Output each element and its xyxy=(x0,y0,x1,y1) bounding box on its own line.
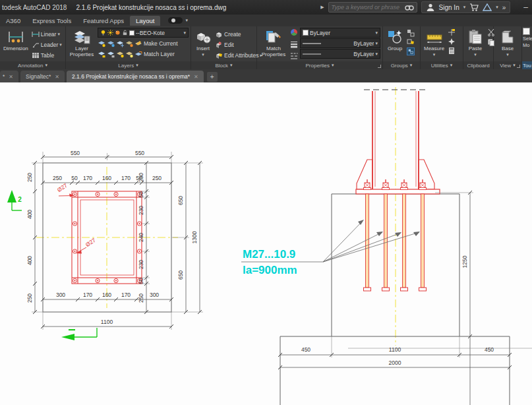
group-edit-icon[interactable] xyxy=(407,38,415,46)
selection-mode-icon[interactable] xyxy=(523,28,530,35)
tab-express-tools[interactable]: Express Tools xyxy=(26,16,77,26)
layer-viewport-icon[interactable] xyxy=(115,30,121,36)
insert-caret-icon[interactable]: ▾ xyxy=(202,52,204,57)
dimension-icon xyxy=(7,28,24,46)
match-properties-button[interactable]: Match Properties xyxy=(259,28,288,59)
close-tab-icon[interactable]: ✕ xyxy=(194,74,198,80)
panel-annotation: Dimension Linear▾ Leader▾ Table xyxy=(0,26,66,69)
base-caret-icon[interactable]: ▾ xyxy=(506,52,509,57)
panel-label-view[interactable]: View▾ xyxy=(494,61,521,69)
layer-isolate-icon[interactable] xyxy=(98,40,105,47)
minimize-button[interactable]: – xyxy=(523,3,528,12)
lineweight-select[interactable]: ByLayer▾ xyxy=(300,38,380,48)
panel-label-groups[interactable]: Groups▾ xyxy=(383,61,420,69)
tab-a360[interactable]: A360 xyxy=(0,16,26,26)
edit-attributes-button[interactable]: Edit Attributes▸ xyxy=(215,50,262,60)
group-button[interactable]: Group xyxy=(385,28,405,53)
cart-icon[interactable] xyxy=(469,3,479,12)
layer-off-icon[interactable] xyxy=(125,40,133,47)
layer-thaw-sun-icon[interactable] xyxy=(107,30,113,36)
layer-unlock-icon[interactable] xyxy=(122,30,128,36)
lineweight-sample-icon xyxy=(303,42,321,45)
dimension-text: 250 xyxy=(152,175,162,181)
file-tab-partial[interactable]: *✕ xyxy=(0,71,18,82)
search-input[interactable] xyxy=(332,4,403,11)
layer-on-bulb-icon[interactable] xyxy=(100,30,106,36)
object-color-select[interactable]: ByLayer▾ xyxy=(300,28,380,38)
properties-dialog-launcher[interactable] xyxy=(378,65,381,68)
file-tab-signaltec[interactable]: Signaltec*✕ xyxy=(20,71,65,82)
block-edit-button[interactable]: Edit xyxy=(215,40,262,49)
match-layer-button[interactable]: Match Layer xyxy=(144,51,175,57)
panel-label-properties[interactable]: Properties▾ xyxy=(257,61,382,69)
table-button[interactable]: Table xyxy=(32,50,62,60)
lineweight-icon[interactable] xyxy=(290,40,298,48)
layer-unisolate-icon[interactable] xyxy=(107,40,115,47)
block-create-button[interactable]: Create xyxy=(215,29,262,39)
leader-caret-icon[interactable]: ▾ xyxy=(59,42,62,47)
layer-select-caret-icon[interactable]: ▾ xyxy=(183,30,186,36)
thaw-all-layers-icon[interactable] xyxy=(125,50,133,58)
dimension-text: 50 xyxy=(138,191,144,198)
measure-caret-icon[interactable]: ▾ xyxy=(433,52,436,57)
dimension-button[interactable]: Dimension xyxy=(2,28,30,53)
dimension-text: 250 xyxy=(53,175,62,181)
ribbon-options-caret-icon[interactable]: ▾ xyxy=(185,18,188,23)
panel-label-layers[interactable]: Layers▾ xyxy=(66,61,191,69)
linear-button[interactable]: Linear▾ xyxy=(32,29,62,39)
autodesk-app-icon[interactable] xyxy=(483,3,492,12)
linetype-icon[interactable] xyxy=(290,51,298,59)
panel-label-clipboard[interactable]: Clipboard xyxy=(463,61,493,69)
base-button[interactable]: Base▾ xyxy=(498,28,517,57)
linetype-select[interactable]: ByLayer▾ xyxy=(300,49,380,59)
binoculars-icon[interactable] xyxy=(405,3,414,12)
overflow-chevron[interactable]: » xyxy=(502,4,506,11)
panel-label-utilities[interactable]: Utilities▾ xyxy=(421,61,463,69)
linear-caret-icon[interactable]: ▾ xyxy=(57,32,60,37)
point-style-icon[interactable] xyxy=(448,38,456,46)
drawing-canvas[interactable]: 5505502505017016017050250250400400250250… xyxy=(0,82,532,405)
panel-label-touch[interactable]: Tou xyxy=(522,61,532,69)
paste-button[interactable]: Paste▾ xyxy=(465,28,485,57)
group-selection-toggle[interactable] xyxy=(407,47,415,55)
anchor-bolt xyxy=(382,179,390,291)
close-tab-icon[interactable]: ✕ xyxy=(9,74,13,80)
make-current-button[interactable]: Make Current xyxy=(144,40,178,47)
record-macro-icon[interactable] xyxy=(168,17,183,24)
layer-lock-icon[interactable] xyxy=(98,50,105,58)
search-box[interactable] xyxy=(328,2,417,13)
panel-label-annotation[interactable]: Annotation▾ xyxy=(0,61,65,69)
id-point-icon[interactable] xyxy=(448,28,456,36)
color-wheel-icon[interactable] xyxy=(290,28,298,36)
measure-button[interactable]: Measure▾ xyxy=(423,28,446,57)
tab-featured-apps[interactable]: Featured Apps xyxy=(77,16,130,26)
app-caret-icon[interactable]: ▾ xyxy=(496,5,498,10)
layer-freeze-icon[interactable] xyxy=(116,40,124,47)
app-title: todesk AutoCAD 2018 xyxy=(2,4,67,11)
block-edit-icon xyxy=(215,41,223,49)
search-expand-icon[interactable]: ▶ xyxy=(320,5,324,10)
layer-select[interactable]: --BEO-Kote ▾ xyxy=(98,28,189,38)
sign-in-button[interactable]: Sign In xyxy=(439,4,459,11)
make-current-icon xyxy=(134,40,142,47)
ungroup-icon[interactable] xyxy=(407,29,415,37)
hole-label: Ø27 xyxy=(56,182,69,193)
layer-unlock-all-icon[interactable] xyxy=(107,50,115,58)
file-tab-active[interactable]: 2.1.6 Projekat konstrukcije nosaca ss i … xyxy=(67,71,204,82)
dimension-text: 400 xyxy=(26,256,33,265)
tab-layout[interactable]: Layout xyxy=(130,16,161,26)
layer-color-swatch[interactable] xyxy=(129,30,134,36)
insert-button[interactable]: Insert▾ xyxy=(193,28,213,57)
panel-label-block[interactable]: Block▾ xyxy=(191,61,256,69)
turn-all-layers-on-icon[interactable] xyxy=(116,50,124,58)
leader-button[interactable]: Leader▾ xyxy=(32,40,62,49)
view-dialog-launcher[interactable] xyxy=(517,65,520,68)
close-tab-icon[interactable]: ✕ xyxy=(55,74,59,80)
new-tab-button[interactable]: + xyxy=(207,72,218,82)
layer-properties-button[interactable]: Layer Properties xyxy=(68,28,96,59)
paste-caret-icon[interactable]: ▾ xyxy=(474,52,477,57)
section-marker-bottom xyxy=(61,328,97,340)
object-color-caret-icon: ▾ xyxy=(375,30,378,36)
sign-in-caret-icon[interactable]: ▾ xyxy=(463,5,466,10)
quick-calc-icon[interactable] xyxy=(448,47,456,55)
